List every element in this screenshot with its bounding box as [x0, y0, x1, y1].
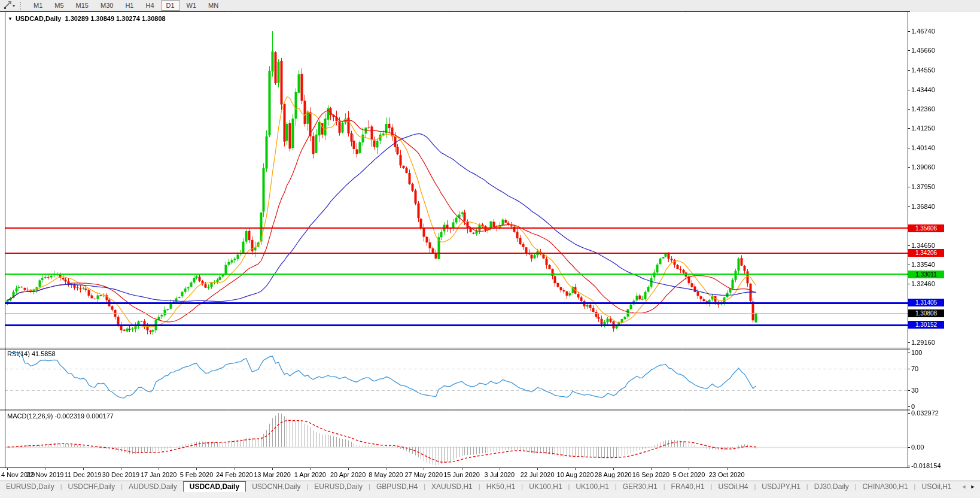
tab-CHINA300-H1[interactable]: CHINA300,H1 — [857, 482, 914, 492]
tab-UK100-H1[interactable]: UK100,H1 — [523, 482, 568, 492]
timeframe-W1[interactable]: W1 — [181, 0, 202, 11]
tab-HK50-H1[interactable]: HK50,H1 — [480, 482, 522, 492]
timeframe-M15[interactable]: M15 — [71, 0, 94, 11]
tab-GER30-H1[interactable]: GER30,H1 — [617, 482, 664, 492]
tab-scroll-arrows: ◄ ► — [957, 484, 975, 490]
symbol-tabs: EURUSD,Daily|USDCHF,Daily|AUDUSD,DailyUS… — [0, 481, 957, 492]
timeframe-M1[interactable]: M1 — [28, 0, 48, 11]
timeframe-buttons: M1M5M15M30H1H4D1W1MN — [28, 0, 224, 11]
top-toolbar: ▾ M1M5M15M30H1H4D1W1MN — [0, 0, 980, 11]
timeframe-M30[interactable]: M30 — [95, 0, 118, 11]
tab-EURUSD-Daily[interactable]: EURUSD,Daily — [0, 482, 60, 492]
symbol-tab-bar: EURUSD,Daily|USDCHF,Daily|AUDUSD,DailyUS… — [0, 481, 980, 492]
tab-DJ30-Daily[interactable]: DJ30,Daily — [808, 482, 855, 492]
tab-USOil-H4[interactable]: USOil,H4 — [712, 482, 754, 492]
status-strip — [0, 492, 980, 498]
timeframe-MN[interactable]: MN — [203, 0, 224, 11]
timeframe-D1[interactable]: D1 — [161, 0, 180, 11]
timeframe-H4[interactable]: H4 — [140, 0, 159, 11]
chart-canvas[interactable] — [0, 11, 980, 481]
tab-XAUUSD-H1[interactable]: XAUUSD,H1 — [425, 482, 479, 492]
tab-AUDUSD-Daily[interactable]: AUDUSD,Daily — [123, 482, 183, 492]
tab-scroll-right-icon[interactable]: ► — [970, 484, 975, 490]
tool-dropdown-caret-icon[interactable]: ▾ — [13, 3, 15, 8]
chart-window: ▼USDCAD,Daily 1.30289 1.30849 1.30274 1.… — [0, 11, 980, 481]
timeframe-M5[interactable]: M5 — [49, 0, 69, 11]
timeframe-H1[interactable]: H1 — [120, 0, 139, 11]
tab-USOil-H1[interactable]: USOil,H1 — [915, 482, 957, 492]
tab-USDJPY-H1[interactable]: USDJPY,H1 — [756, 482, 806, 492]
crosshair-tool-icon[interactable] — [2, 1, 13, 10]
tab-FRA40-H1[interactable]: FRA40,H1 — [665, 482, 711, 492]
toolbar-grip-handle[interactable] — [20, 2, 23, 10]
tab-scroll-left-icon[interactable]: ◄ — [961, 484, 966, 490]
tab-GBPUSD-H4[interactable]: GBPUSD,H4 — [370, 482, 424, 492]
tab-EURUSD-Daily[interactable]: EURUSD,Daily — [308, 482, 369, 492]
mt4-window: ▾ M1M5M15M30H1H4D1W1MN ▼USDCAD,Daily 1.3… — [0, 0, 980, 498]
tab-USDCNH-Daily[interactable]: USDCNH,Daily — [246, 482, 306, 492]
tab-UK100-H1[interactable]: UK100,H1 — [570, 482, 614, 492]
tab-USDCHF-Daily[interactable]: USDCHF,Daily — [62, 482, 121, 492]
tab-USDCAD-Daily[interactable]: USDCAD,Daily — [183, 481, 246, 492]
